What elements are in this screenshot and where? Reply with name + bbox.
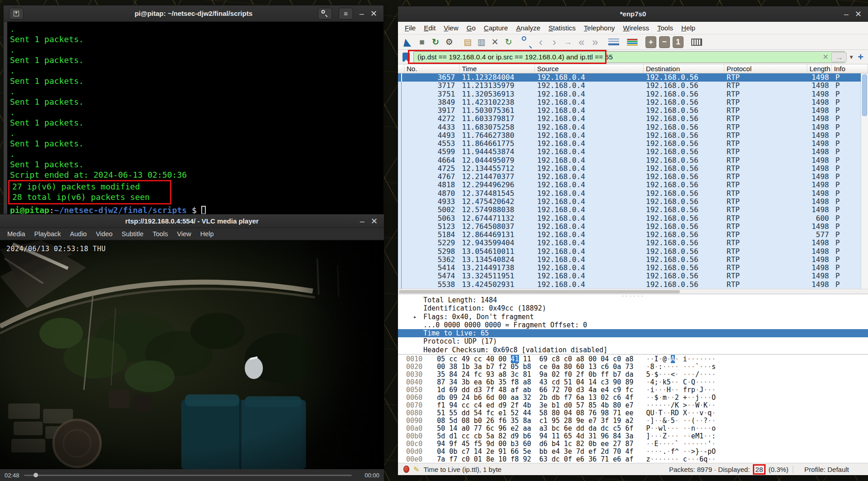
- start-capture-icon[interactable]: ◣: [402, 36, 415, 48]
- hex-row[interactable]: 004087 34 3b ea 6b 35 f8 a8 43 cd 51 04 …: [406, 379, 868, 386]
- packet-row[interactable]: 493312.475420642192.168.0.4192.168.0.56R…: [398, 198, 861, 206]
- menu-view[interactable]: View: [440, 24, 462, 32]
- hex-row[interactable]: 00a050 14 a0 77 6c 96 e2 aa a3 bc 6e dd …: [406, 425, 868, 432]
- filter-dropdown-icon[interactable]: ▼: [849, 54, 854, 60]
- vlc-menu-view[interactable]: View: [173, 230, 196, 238]
- close-file-icon[interactable]: ✕: [490, 36, 500, 48]
- menu-file[interactable]: File: [401, 24, 420, 32]
- terminal-titlebar[interactable]: pi@pitap: ~/netsec-djw2/final/scripts ≡ …: [4, 5, 383, 22]
- vlc-video-area[interactable]: 2024/06/13 02:53:18 THU: [0, 240, 384, 469]
- hex-row[interactable]: 009008 5d 08 b0 26 f6 35 8a c1 95 28 9e …: [406, 417, 868, 425]
- capture-comment-icon[interactable]: ✎: [413, 465, 419, 474]
- filter-add-button[interactable]: +: [858, 51, 863, 63]
- packet-row[interactable]: 391711.503075361192.168.0.4192.168.0.56R…: [398, 107, 861, 115]
- auto-scroll-icon[interactable]: [608, 39, 619, 45]
- colorize-icon[interactable]: [627, 39, 638, 46]
- hex-row[interactable]: 0060db 09 24 b6 6d 00 aa 32 2b db f7 6a …: [406, 394, 868, 402]
- column-header-time[interactable]: Time: [460, 64, 535, 73]
- hex-row[interactable]: 00b05d d1 cc cb 5a 82 d9 b6 94 11 65 4d …: [406, 432, 868, 440]
- detail-line[interactable]: Header Checksum: 0x69c8 [validation disa…: [398, 346, 868, 354]
- packet-row[interactable]: 536213.134540824192.168.0.4192.168.0.56R…: [398, 256, 861, 264]
- restart-capture-icon[interactable]: ↻: [430, 36, 441, 48]
- packet-row[interactable]: 553813.424502931192.168.0.4192.168.0.56R…: [398, 281, 861, 289]
- open-file-icon[interactable]: ▤: [462, 36, 473, 48]
- packet-row[interactable]: 472512.134455712192.168.0.4192.168.0.56R…: [398, 165, 861, 173]
- packet-row[interactable]: 476712.214470377192.168.0.4192.168.0.56R…: [398, 173, 861, 181]
- seek-knob[interactable]: [34, 473, 38, 477]
- hex-row[interactable]: 008051 55 dd 54 fc e1 52 44 58 80 04 08 …: [406, 409, 868, 417]
- stop-capture-icon[interactable]: ■: [417, 36, 427, 48]
- packet-list-hscrollbar[interactable]: [398, 289, 868, 294]
- go-to-packet-icon[interactable]: →: [563, 36, 573, 48]
- packet-row[interactable]: 506312.674471132192.168.0.4192.168.0.56R…: [398, 214, 861, 223]
- hex-row[interactable]: 003035 84 24 fc 93 a8 3c 81 9a 02 f0 2f …: [406, 371, 868, 379]
- wireshark-minimize-button[interactable]: –: [844, 10, 849, 18]
- detail-line[interactable]: Total Length: 1484: [398, 296, 868, 304]
- vlc-menu-media[interactable]: Media: [3, 230, 30, 238]
- packet-row[interactable]: 547413.324511951192.168.0.4192.168.0.56R…: [398, 272, 861, 280]
- column-header-no[interactable]: No.: [404, 64, 460, 73]
- menu-wireless[interactable]: Wireless: [619, 24, 654, 32]
- hex-row[interactable]: 001005 cc 49 cc 40 00 41 11 69 c8 c0 a8 …: [406, 355, 868, 363]
- packet-row[interactable]: 512312.764508037192.168.0.4192.168.0.56R…: [398, 223, 861, 231]
- hex-row[interactable]: 00c094 9f 45 f5 9d 00 b3 60 d6 b4 1c 82 …: [406, 440, 868, 448]
- resize-columns-icon[interactable]: [691, 39, 702, 46]
- packet-row[interactable]: 522912.943599404192.168.0.4192.168.0.56R…: [398, 239, 861, 247]
- packet-row[interactable]: 487012.374481545192.168.0.4192.168.0.56R…: [398, 189, 861, 198]
- hex-row[interactable]: 002000 38 1b 3a b7 f2 05 b8 ce 0a 80 60 …: [406, 363, 868, 371]
- vlc-close-button[interactable]: ✕: [371, 217, 378, 225]
- terminal-close-button[interactable]: ✕: [370, 10, 377, 18]
- packet-list-scrollbar-thumb[interactable]: [862, 74, 867, 116]
- hex-row[interactable]: 00e07a f7 c0 01 8e 10 f8 92 63 dc 0f e6 …: [406, 456, 868, 463]
- menu-help[interactable]: Help: [677, 24, 699, 32]
- menu-button[interactable]: ≡: [339, 8, 353, 19]
- packet-row[interactable]: 500212.574988038192.168.0.4192.168.0.56R…: [398, 206, 861, 214]
- wireshark-close-button[interactable]: ✕: [855, 10, 862, 18]
- go-forward-icon[interactable]: ›: [549, 36, 560, 48]
- menu-edit[interactable]: Edit: [420, 24, 440, 32]
- column-header-length[interactable]: Length: [807, 64, 832, 73]
- terminal-minimize-button[interactable]: –: [359, 10, 364, 18]
- hex-row[interactable]: 00501d 69 dd d3 7f 48 af ab 66 72 70 d3 …: [406, 386, 868, 394]
- wireshark-titlebar[interactable]: *enp7s0 – ✕: [398, 6, 868, 22]
- menu-tools[interactable]: Tools: [653, 24, 677, 32]
- menu-statistics[interactable]: Statistics: [544, 24, 580, 32]
- menu-go[interactable]: Go: [462, 24, 480, 32]
- reload-file-icon[interactable]: ↻: [503, 36, 514, 48]
- packet-row[interactable]: 466412.044495079192.168.0.4192.168.0.56R…: [398, 156, 861, 165]
- display-filter-input[interactable]: (ip.dst == 192.168.0.4 or ip.src == 192.…: [413, 51, 845, 63]
- detail-line[interactable]: Time to Live: 65: [398, 329, 868, 337]
- column-header-info[interactable]: Info: [832, 64, 868, 73]
- hex-row[interactable]: 00d004 0b c7 14 2e 91 66 5e bb e4 3e 7d …: [406, 448, 868, 456]
- vlc-menu-help[interactable]: Help: [196, 230, 218, 238]
- packet-row[interactable]: 481812.294496296192.168.0.4192.168.0.56R…: [398, 181, 861, 189]
- last-packet-icon[interactable]: »: [590, 36, 601, 48]
- filter-bookmark-icon[interactable]: [402, 53, 410, 62]
- packet-row[interactable]: 449311.764627380192.168.0.4192.168.0.56R…: [398, 131, 861, 140]
- find-packet-icon[interactable]: [522, 36, 533, 48]
- menu-telephony[interactable]: Telephony: [580, 24, 619, 32]
- column-header-source[interactable]: Source: [535, 64, 644, 73]
- vlc-menu-subtitle[interactable]: Subtitle: [117, 230, 148, 238]
- zoom-in-icon[interactable]: +: [645, 36, 656, 48]
- expert-info-icon[interactable]: [403, 466, 409, 473]
- vlc-titlebar[interactable]: rtsp://192.168.0.4:554/ - VLC media play…: [0, 214, 384, 228]
- packet-row[interactable]: 427211.603379817192.168.0.4192.168.0.56R…: [398, 115, 861, 123]
- vlc-menu-audio[interactable]: Audio: [65, 230, 91, 238]
- packet-row[interactable]: 455311.864661775192.168.0.4192.168.0.56R…: [398, 140, 861, 148]
- packet-row[interactable]: 443311.683075258192.168.0.4192.168.0.56R…: [398, 123, 861, 131]
- packet-row[interactable]: 371711.213135979192.168.0.4192.168.0.56R…: [398, 82, 861, 90]
- packet-list-scrollbar[interactable]: [861, 73, 868, 289]
- capture-options-icon[interactable]: ⚙: [444, 36, 455, 48]
- expander-icon[interactable]: ▸: [413, 313, 421, 321]
- packet-list-hscrollbar-thumb[interactable]: [399, 290, 680, 293]
- search-button[interactable]: [318, 8, 332, 19]
- vlc-menu-video[interactable]: Video: [91, 230, 117, 238]
- column-header-protocol[interactable]: Protocol: [724, 64, 807, 73]
- packet-row[interactable]: 365711.123284004192.168.0.4192.168.0.56R…: [398, 73, 861, 82]
- column-header-destination[interactable]: Destination: [644, 64, 724, 73]
- packet-row[interactable]: 529813.054610011192.168.0.4192.168.0.56R…: [398, 248, 861, 256]
- detail-line[interactable]: ...0 0000 0000 0000 = Fragment Offset: 0: [398, 321, 868, 329]
- packet-row[interactable]: 459911.944453874192.168.0.4192.168.0.56R…: [398, 148, 861, 156]
- seek-bar[interactable]: [24, 475, 352, 476]
